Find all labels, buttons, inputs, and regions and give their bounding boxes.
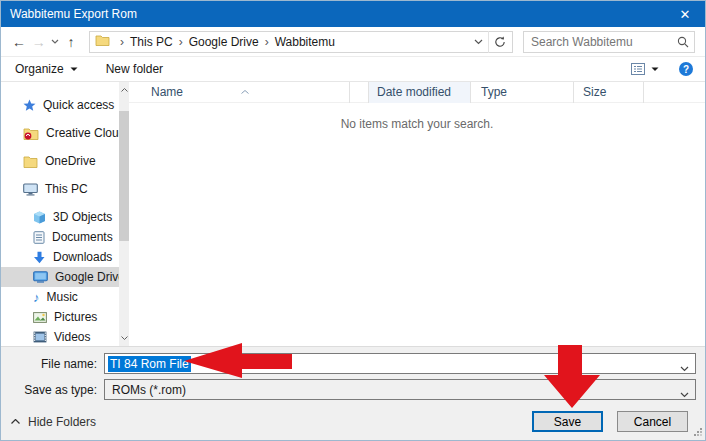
film-icon (33, 331, 47, 343)
chevron-up-icon (11, 419, 20, 424)
new-folder-button[interactable]: New folder (106, 62, 163, 76)
help-icon[interactable]: ? (679, 62, 693, 76)
hide-folders-button[interactable]: Hide Folders (11, 415, 96, 429)
column-header-date-modified[interactable]: Date modified (368, 82, 471, 103)
breadcrumb-google-drive[interactable]: Google Drive (189, 35, 259, 49)
file-name-chevron-icon[interactable] (680, 361, 689, 375)
file-list-area: Name Date modified Type Size No items ma… (129, 82, 705, 346)
forward-icon[interactable]: → (29, 34, 49, 50)
chevron-down-icon (70, 67, 78, 72)
download-arrow-icon (33, 251, 46, 264)
file-name-input[interactable]: TI 84 Rom File (104, 353, 696, 374)
sidebar-item-label: Downloads (53, 250, 112, 264)
sidebar-item-quick-access[interactable]: Quick access (1, 95, 119, 115)
quick-access-star-icon (23, 99, 36, 112)
file-name-label: File name: (1, 357, 104, 371)
breadcrumb-separator: › (259, 35, 275, 49)
save-as-type-select[interactable]: ROMs (*.rom) (104, 379, 696, 400)
back-icon[interactable]: ← (9, 34, 29, 50)
address-bar[interactable]: › This PC › Google Drive › Wabbitemu (89, 31, 513, 53)
folder-icon (95, 34, 110, 49)
close-icon[interactable]: ✕ (665, 1, 705, 27)
sidebar-item-music[interactable]: ♪ Music (1, 287, 119, 307)
google-drive-icon (33, 271, 48, 283)
column-header-row: Name Date modified Type Size (129, 82, 705, 103)
sidebar-item-videos[interactable]: Videos (1, 327, 119, 347)
sidebar-item-downloads[interactable]: Downloads (1, 247, 119, 267)
window-title: Wabbitemu Export Rom (10, 7, 137, 21)
command-toolbar: Organize New folder ? (1, 57, 705, 82)
recent-locations-chevron-icon[interactable] (49, 39, 62, 44)
sort-ascending-icon (241, 83, 249, 97)
hide-folders-label: Hide Folders (28, 415, 96, 429)
sidebar-item-this-pc[interactable]: This PC (1, 179, 119, 199)
empty-state-message: No items match your search. (129, 117, 705, 131)
refresh-icon[interactable] (488, 31, 512, 53)
breadcrumb-this-pc[interactable]: This PC (130, 35, 173, 49)
cancel-button[interactable]: Cancel (617, 411, 688, 432)
sidebar-item-label: Documents (52, 230, 113, 244)
file-name-row: File name: TI 84 Rom File (1, 353, 705, 374)
column-header-type[interactable]: Type (471, 82, 574, 103)
save-as-type-value: ROMs (*.rom) (108, 383, 186, 397)
save-dialog-window: { "window": { "title": "Wabbitemu Export… (0, 0, 706, 441)
document-icon (33, 231, 45, 244)
scrollbar-thumb[interactable] (119, 111, 129, 241)
sidebar-item-creative-cloud[interactable]: Creative Cloud Fil (1, 123, 119, 143)
search-icon[interactable] (672, 36, 694, 48)
breadcrumb-separator: › (114, 35, 130, 49)
picture-icon (33, 312, 47, 323)
title-bar: Wabbitemu Export Rom ✕ (1, 1, 705, 27)
sidebar-item-pictures[interactable]: Pictures (1, 307, 119, 327)
onedrive-folder-icon (23, 155, 38, 168)
navigation-pane: Quick access Creative Cloud Fil OneDrive… (1, 82, 119, 346)
save-as-type-chevron-icon[interactable] (680, 387, 689, 401)
breadcrumb-wabbitemu[interactable]: Wabbitemu (275, 35, 335, 49)
sidebar-item-label: Videos (54, 330, 90, 344)
sidebar-item-label: 3D Objects (53, 210, 112, 224)
file-name-selected-text: TI 84 Rom File (108, 356, 191, 372)
save-as-type-row: Save as type: ROMs (*.rom) (1, 379, 705, 400)
sidebar-scrollbar[interactable] (119, 82, 129, 346)
creative-cloud-folder-icon (23, 127, 39, 140)
sidebar-item-label: Music (47, 290, 78, 304)
sidebar-item-google-drive[interactable]: Google Drive (1, 267, 119, 287)
search-box[interactable] (523, 31, 695, 53)
dialog-body: Quick access Creative Cloud Fil OneDrive… (1, 82, 705, 346)
resize-grip[interactable] (694, 426, 703, 440)
navigation-bar: ← → ↑ › This PC › Google Drive › Wabbite… (1, 27, 705, 57)
scroll-down-icon[interactable] (119, 332, 129, 344)
sidebar-item-onedrive[interactable]: OneDrive (1, 151, 119, 171)
sidebar-item-label: Creative Cloud Fil (46, 126, 119, 140)
sidebar-item-label: OneDrive (45, 154, 96, 168)
save-as-type-label: Save as type: (1, 383, 104, 397)
sidebar-item-label: Google Drive (55, 270, 119, 284)
organize-label: Organize (15, 62, 64, 76)
search-input[interactable] (524, 35, 672, 49)
sidebar-item-documents[interactable]: Documents (1, 227, 119, 247)
organize-button[interactable]: Organize (15, 62, 78, 76)
breadcrumb-separator: › (173, 35, 189, 49)
address-dropdown-chevron-icon[interactable] (470, 39, 488, 45)
sidebar-item-label: Pictures (54, 310, 97, 324)
cube-icon (33, 211, 46, 224)
sidebar-item-label: Quick access (43, 98, 114, 112)
save-button[interactable]: Save (532, 411, 603, 432)
column-header-gap (350, 82, 368, 103)
sidebar-item-label: This PC (45, 182, 88, 196)
details-view-icon[interactable] (631, 63, 645, 75)
computer-icon (23, 183, 38, 196)
scroll-up-icon[interactable] (119, 84, 129, 96)
sidebar-item-3d-objects[interactable]: 3D Objects (1, 207, 119, 227)
view-options-chevron-icon[interactable] (651, 67, 659, 72)
footer-button-row: Hide Folders Save Cancel (1, 411, 705, 432)
up-icon[interactable]: ↑ (61, 34, 81, 50)
save-controls-panel: File name: TI 84 Rom File Save as type: … (1, 346, 705, 441)
column-header-size[interactable]: Size (574, 82, 644, 103)
music-note-icon: ♪ (33, 291, 40, 304)
